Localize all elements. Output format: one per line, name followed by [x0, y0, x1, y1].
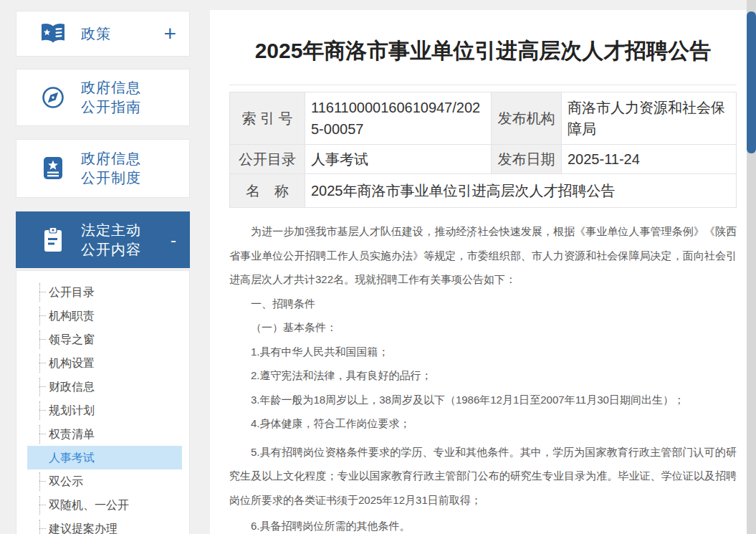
meta-row-name: 名 称 2025年商洛市事业单位引进高层次人才招聘公告	[230, 174, 737, 208]
clipboard-icon	[40, 227, 66, 253]
submenu-item-label: 双随机、一公开	[49, 499, 129, 511]
submenu-item[interactable]: 机构设置	[27, 351, 182, 375]
article-paragraph: 一、招聘条件	[229, 292, 737, 316]
submenu-item[interactable]: 规划计划	[27, 399, 182, 422]
article-paragraph: 1.具有中华人民共和国国籍；	[229, 340, 737, 364]
submenu-item-label: 财政信息	[49, 381, 95, 393]
submenu-item-label: 机构职责	[49, 310, 95, 322]
meta-index-value: 116110000160610947/2025-00057	[305, 92, 492, 145]
sidebar-card-statutory-label: 法定主动 公开内容	[81, 221, 141, 259]
meta-row-index: 索 引 号 116110000160610947/2025-00057 发布机构…	[230, 92, 737, 145]
sidebar-card-policy[interactable]: 政策 +	[16, 11, 190, 57]
submenu-item[interactable]: 权责清单	[27, 422, 182, 446]
meta-category-label: 公开目录	[230, 145, 305, 174]
sidebar-card-guide-label: 政府信息 公开指南	[81, 78, 141, 117]
submenu-item-label: 领导之窗	[49, 333, 95, 345]
sidebar-card-system[interactable]: 政府信息 公开制度	[16, 139, 190, 198]
sidebar-card-guide[interactable]: 政府信息 公开指南	[16, 69, 190, 126]
scrollbar-track[interactable]	[747, 0, 756, 534]
article-paragraph: 5.具有招聘岗位资格条件要求的学历、专业和其他条件。其中，学历为国家教育行政主管…	[229, 440, 737, 512]
submenu-item[interactable]: 机构职责	[27, 304, 182, 328]
sidebar-card-policy-label: 政策	[81, 24, 111, 44]
submenu-item[interactable]: 人事考试	[27, 446, 182, 469]
submenu-list: 公开目录 机构职责 领导之窗 机构设置 财政信息 规划计划 权责清单 人事考试 …	[16, 280, 189, 534]
submenu-item-label: 建议提案办理	[49, 523, 118, 534]
page-title: 2025年商洛市事业单位引进高层次人才招聘公告	[229, 36, 737, 66]
submenu-item-label: 机构设置	[49, 357, 95, 369]
meta-date-value: 2025-11-24	[562, 145, 737, 174]
sidebar-card-statutory-disclosure[interactable]: 法定主动 公开内容 -	[16, 211, 190, 268]
submenu-item[interactable]: 财政信息	[27, 375, 182, 399]
meta-name-value: 2025年商洛市事业单位引进高层次人才招聘公告	[305, 174, 737, 208]
article-paragraph: 2.遵守宪法和法律，具有良好的品行；	[229, 363, 737, 388]
meta-category-value: 人事考试	[305, 145, 492, 174]
meta-index-label: 索 引 号	[230, 92, 305, 145]
compass-icon	[40, 85, 66, 110]
page: { "colors": { "page_bg": "#f0f0f0", "acc…	[0, 0, 756, 534]
meta-date-label: 发布日期	[492, 145, 562, 174]
sidebar-submenu-card: 公开目录 机构职责 领导之窗 机构设置 财政信息 规划计划 权责清单 人事考试 …	[16, 270, 190, 534]
submenu-item-label: 公开目录	[49, 286, 95, 298]
article-head: 2025年商洛市事业单位引进高层次人才招聘公告	[229, 10, 737, 85]
collapse-minus-icon[interactable]: -	[171, 232, 176, 249]
article-body: 为进一步加强我市基层人才队伍建设，推动经济社会快速发展，根据《事业单位人事管理条…	[229, 219, 737, 534]
submenu-item[interactable]: 建议提案办理	[27, 517, 182, 534]
meta-name-label: 名 称	[230, 174, 305, 208]
submenu-item[interactable]: 公开目录	[27, 280, 182, 304]
sidebar: 政策 + 政府信息 公开指南 政府信息 公开制度	[16, 11, 190, 534]
article-paragraph: 6.具备招聘岗位所需的其他条件。	[229, 514, 737, 534]
meta-row-category: 公开目录 人事考试 发布日期 2025-11-24	[230, 145, 737, 174]
article-paragraph: 3.年龄一般为18周岁以上，38周岁及以下（1986年12月1日至2007年11…	[229, 388, 737, 412]
submenu-item-label: 人事考试	[49, 452, 95, 464]
submenu-item[interactable]: 双随机、一公开	[27, 493, 182, 517]
expand-plus-icon[interactable]: +	[163, 23, 176, 44]
submenu-item[interactable]: 领导之窗	[27, 328, 182, 351]
meta-agency-value: 商洛市人力资源和社会保障局	[562, 92, 737, 145]
meta-table: 索 引 号 116110000160610947/2025-00057 发布机构…	[229, 92, 737, 208]
book-star-icon	[40, 21, 66, 47]
article-paragraph: 为进一步加强我市基层人才队伍建设，推动经济社会快速发展，根据《事业单位人事管理条…	[229, 219, 737, 292]
submenu-item-label: 权责清单	[49, 428, 95, 440]
sidebar-card-system-label: 政府信息 公开制度	[81, 149, 141, 188]
article-paragraph: 4.身体健康，符合工作岗位要求；	[229, 411, 737, 436]
submenu-item-label: 双公示	[49, 475, 83, 487]
submenu-item[interactable]: 双公示	[27, 469, 182, 493]
article-panel: 2025年商洛市事业单位引进高层次人才招聘公告 索 引 号 1161100001…	[210, 10, 747, 534]
article-paragraph: （一）基本条件：	[229, 315, 737, 340]
scrollbar-thumb[interactable]	[747, 11, 756, 153]
badge-star-icon	[40, 156, 66, 181]
meta-agency-label: 发布机构	[492, 92, 562, 145]
submenu-item-label: 规划计划	[49, 404, 95, 416]
